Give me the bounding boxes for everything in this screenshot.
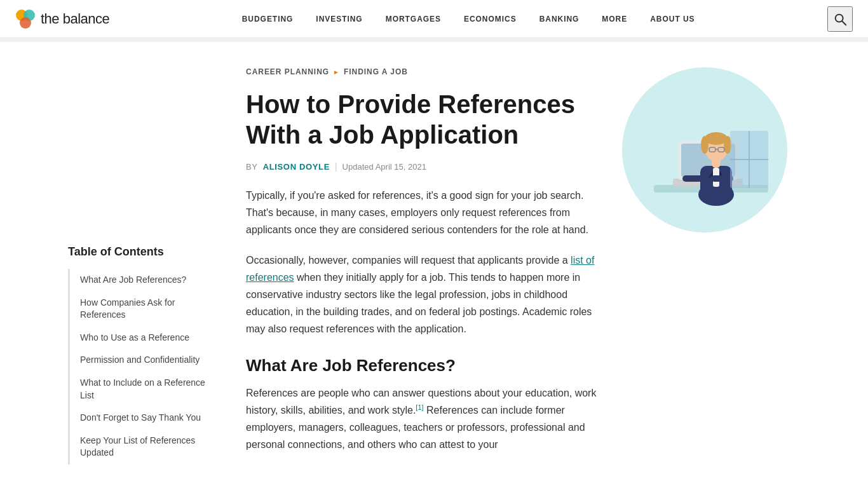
table-of-contents: Table of Contents What Are Job Reference… [68,245,220,466]
list-item: What to Include on a Reference List [68,372,220,407]
article-title: How to Provide References With a Job App… [246,89,597,150]
search-button[interactable] [827,6,853,32]
byline-separator: | [335,161,337,172]
nav-economics[interactable]: ECONOMICS [452,0,528,38]
toc-link-2[interactable]: How Companies Ask for References [80,297,220,322]
toc-link-3[interactable]: Who to Use as a Reference [80,332,220,344]
svg-point-18 [701,136,709,154]
list-item: Keep Your List of References Updated [68,430,220,464]
intro-p2-end: when they initially apply for a job. Thi… [246,272,592,335]
list-item: What Are Job References? [68,269,220,292]
logo-text: the balance [41,11,109,27]
nav-about-us[interactable]: ABOUT US [639,0,706,38]
article-illustration [622,67,787,233]
breadcrumb: CAREER PLANNING ► FINDING A JOB [246,67,597,76]
article-image-area [622,67,800,466]
article-body: Typically, if you're asked for reference… [246,187,597,454]
svg-rect-23 [682,175,705,182]
intro-p2-start: Occasionally, however, companies will re… [246,255,571,266]
toc-title: Table of Contents [68,245,220,259]
toc-link-6[interactable]: Don't Forget to Say Thank You [80,412,220,424]
byline-prefix: BY [246,162,258,172]
breadcrumb-parent[interactable]: CAREER PLANNING [246,67,329,76]
article-byline: BY ALISON DOYLE | Updated April 15, 2021 [246,161,597,172]
toc-link-1[interactable]: What Are Job References? [80,274,220,287]
list-item: Permission and Confidentiality [68,349,220,372]
nav-budgeting[interactable]: BUDGETING [231,0,305,38]
nav-more[interactable]: MORE [590,0,639,38]
toc-link-5[interactable]: What to Include on a Reference List [80,377,220,402]
svg-line-4 [842,21,846,25]
main-article: CAREER PLANNING ► FINDING A JOB How to P… [246,67,597,466]
site-logo[interactable]: the balance [15,9,109,29]
svg-point-2 [20,17,31,29]
nav-mortgages[interactable]: MORTGAGES [374,0,452,38]
intro-paragraph-1: Typically, if you're asked for reference… [246,187,597,239]
section1-heading: What Are Job References? [246,356,597,376]
toc-list: What Are Job References? How Companies A… [68,269,220,464]
list-item: Don't Forget to Say Thank You [68,407,220,430]
toc-link-7[interactable]: Keep Your List of References Updated [80,435,220,459]
svg-rect-24 [711,175,733,182]
main-nav: BUDGETING INVESTING MORTGAGES ECONOMICS … [231,0,707,38]
content-area: Table of Contents What Are Job Reference… [53,42,815,479]
list-item: Who to Use as a Reference [68,327,220,349]
section1-paragraph-1: References are people who can answer que… [246,384,597,454]
date-value: April 15, 2021 [376,162,426,172]
site-header: the balance BUDGETING INVESTING MORTGAGE… [0,0,868,38]
date-prefix: Updated [342,162,374,172]
byline-author[interactable]: ALISON DOYLE [263,162,330,172]
toc-link-4[interactable]: Permission and Confidentiality [80,354,220,367]
footnote-1: [1] [416,403,423,411]
intro-paragraph-2: Occasionally, however, companies will re… [246,252,597,338]
nav-investing[interactable]: INVESTING [304,0,374,38]
byline-date: Updated April 15, 2021 [342,162,426,172]
logo-icon [15,9,36,29]
article-image [622,67,787,233]
list-item: How Companies Ask for References [68,292,220,327]
search-icon [833,12,847,26]
breadcrumb-arrow: ► [333,69,340,76]
breadcrumb-current: FINDING A JOB [344,67,408,76]
nav-banking[interactable]: BANKING [528,0,591,38]
